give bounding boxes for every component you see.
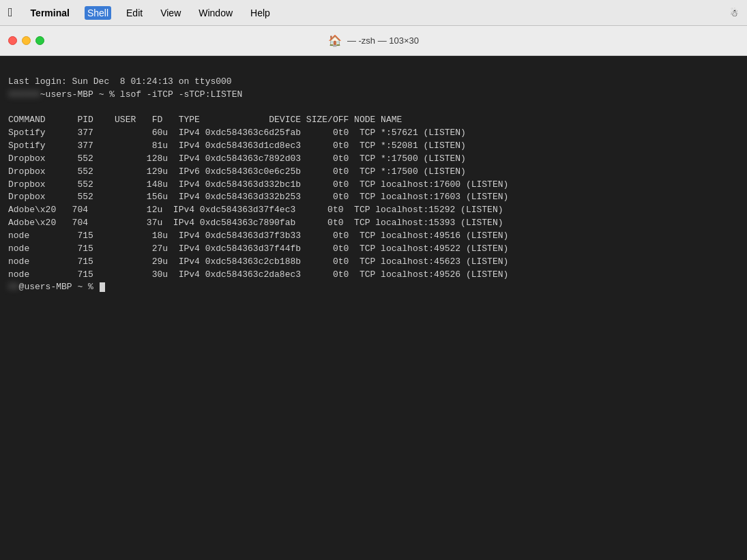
minimize-button[interactable] [22,36,31,45]
menu-view[interactable]: View [158,6,184,20]
cursor [100,282,105,292]
menu-edit[interactable]: Edit [123,6,145,20]
title-text: — -zsh — 103×30 [347,35,419,46]
row-9: node 715 27u IPv4 0xdc584363d37f44fb 0t0… [8,244,508,254]
row-2: Dropbox 552 128u IPv4 0xdc584363c7892d03… [8,153,466,164]
prompt-line-1: XXXXXX~users-MBP ~ % lsof -iTCP -sTCP:LI… [8,89,242,100]
menu-terminal[interactable]: Terminal [28,6,72,20]
row-6: Adobe\x20 704 12u IPv4 0xdc584363d37f4ec… [8,205,503,215]
row-11: node 715 30u IPv4 0xdc584363c2da8ec3 0t0… [8,269,508,280]
header-row: COMMAND PID USER FD TYPE DEVICE SIZE/OFF… [8,115,402,125]
home-icon: 🏠 [328,34,342,47]
menu-window[interactable]: Window [196,6,235,20]
menu-shell[interactable]: Shell [85,6,111,20]
last-login-line: Last login: Sun Dec 8 01:24:13 on ttys00… [8,76,232,87]
row-1: Spotify 377 81u IPv4 0xdc584363d1cd8ec3 … [8,141,466,151]
row-7: Adobe\x20 704 37u IPv4 0xdc584363c7890fa… [8,218,503,228]
title-bar: 🏠 — -zsh — 103×30 [0,26,747,56]
row-8: node 715 18u IPv4 0xdc584363d37f3b33 0t0… [8,231,508,241]
row-4: Dropbox 552 148u IPv4 0xdc584363d332bc1b… [8,179,508,190]
row-0: Spotify 377 60u IPv4 0xdc584363c6d25fab … [8,128,466,138]
terminal-content: Last login: Sun Dec 8 01:24:13 on ttys00… [8,63,739,307]
row-3: Dropbox 552 129u IPv6 0xdc584363c0e6c25b… [8,166,466,177]
close-button[interactable] [8,36,17,45]
prompt-line-2: XX@users-MBP ~ % [8,282,105,292]
window-title: 🏠 — -zsh — 103×30 [328,34,419,47]
menu-bar:  Terminal Shell Edit View Window Help ☃ [0,0,747,26]
row-10: node 715 29u IPv4 0xdc584363c2cb188b 0t0… [8,256,508,267]
maximize-button[interactable] [35,36,44,45]
traffic-lights [8,36,44,45]
apple-menu[interactable]:  [8,5,13,20]
row-5: Dropbox 552 156u IPv4 0xdc584363d332b253… [8,192,508,202]
terminal-window[interactable]: Last login: Sun Dec 8 01:24:13 on ttys00… [0,56,747,560]
menubar-right-icons: ☃ [730,8,739,18]
menu-help[interactable]: Help [248,6,273,20]
